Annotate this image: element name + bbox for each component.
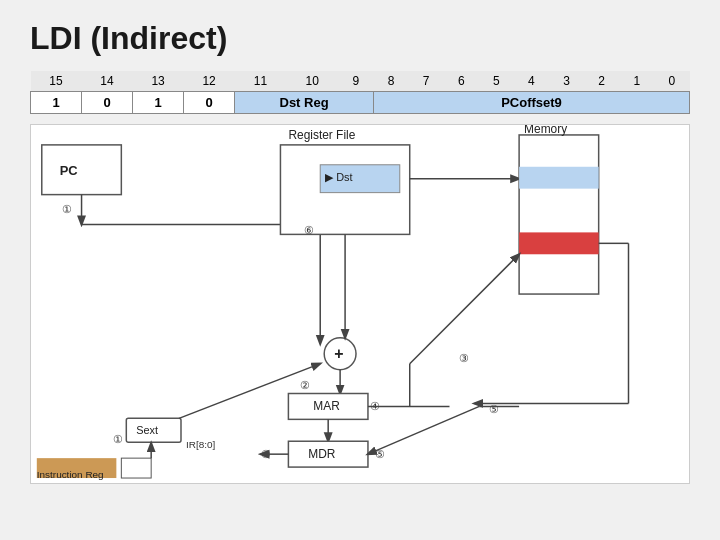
bit-7: 7 [409, 71, 444, 92]
bit-3: 3 [549, 71, 584, 92]
svg-rect-9 [519, 167, 599, 189]
bit-13: 13 [133, 71, 184, 92]
bit-5: 5 [479, 71, 514, 92]
memory-label: Memory [524, 125, 567, 136]
slide: LDI (Indirect) 15 14 13 12 11 10 9 8 7 6… [0, 0, 720, 540]
dst-reg-cell: Dst Reg [235, 92, 374, 114]
ir-label: IR[8:0] [186, 439, 216, 450]
svg-text:▶ Dst: ▶ Dst [325, 171, 352, 183]
slide-title: LDI (Indirect) [30, 20, 690, 57]
mar-label: MAR [313, 399, 340, 413]
mdr-label: MDR [308, 447, 336, 461]
svg-text:①: ① [113, 433, 123, 445]
bit-15: 15 [31, 71, 82, 92]
diagram: PC ① Register File ▶ Dst Memory [30, 124, 690, 484]
fixed-bit-2: 0 [82, 92, 133, 114]
bit-2: 2 [584, 71, 619, 92]
bit-0: 0 [654, 71, 689, 92]
fixed-bit-3: 1 [133, 92, 184, 114]
svg-rect-18 [121, 458, 151, 478]
format-table: 15 14 13 12 11 10 9 8 7 6 5 4 3 2 1 0 1 … [30, 71, 690, 114]
circle1a-label: ① [62, 203, 72, 215]
instruction-reg-label: Instruction Reg [37, 469, 104, 480]
bit-11: 11 [235, 71, 287, 92]
register-file-label: Register File [288, 128, 355, 142]
bit-10: 10 [286, 71, 338, 92]
bit-6: 6 [444, 71, 479, 92]
svg-text:+: + [334, 345, 343, 362]
diagram-svg: PC ① Register File ▶ Dst Memory [31, 125, 689, 483]
bit-14: 14 [82, 71, 133, 92]
sext-label: Sext [136, 424, 158, 436]
svg-text:⑤: ⑤ [489, 403, 499, 415]
bit-1: 1 [619, 71, 654, 92]
bit-12: 12 [184, 71, 235, 92]
bit-8: 8 [374, 71, 409, 92]
fixed-bit-4: 0 [184, 92, 235, 114]
svg-text:②: ② [300, 379, 310, 391]
svg-text:③: ③ [459, 352, 469, 364]
svg-line-28 [410, 254, 519, 363]
svg-text:⑥: ⑥ [304, 224, 314, 236]
fixed-bit-1: 1 [31, 92, 82, 114]
pc-label: PC [60, 163, 78, 178]
svg-rect-8 [519, 135, 599, 294]
bit-4: 4 [514, 71, 549, 92]
svg-rect-10 [519, 232, 599, 254]
pcoffset-cell: PCoffset9 [374, 92, 690, 114]
svg-rect-0 [42, 145, 122, 195]
bit-9: 9 [338, 71, 374, 92]
svg-line-37 [368, 406, 479, 454]
